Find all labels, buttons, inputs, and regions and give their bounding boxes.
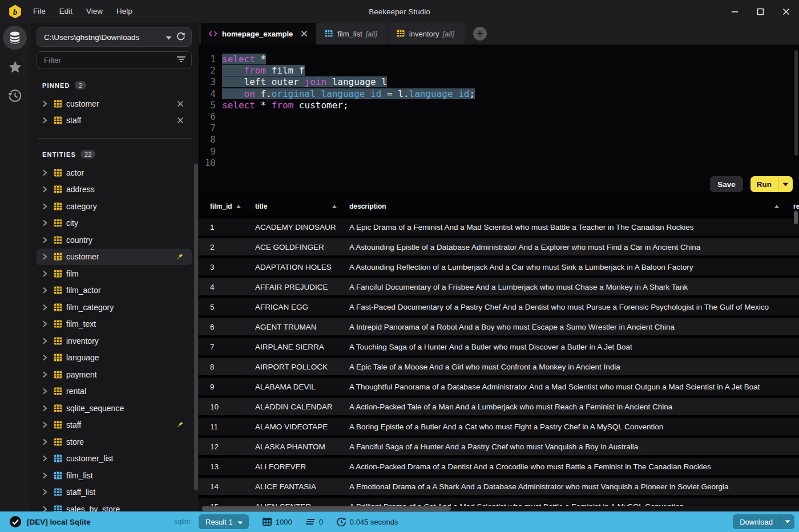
cell-title: AGENT TRUMAN xyxy=(255,323,349,331)
new-tab-button[interactable] xyxy=(473,27,487,40)
table-row-9[interactable]: 9ALABAMA DEVILA Thoughtful Panorama of a… xyxy=(199,378,799,395)
table-grid-icon xyxy=(397,30,405,37)
entity-item-sales_by_store[interactable]: sales_by_store xyxy=(37,501,192,511)
column-header-title[interactable]: title xyxy=(255,202,349,210)
entity-item-country[interactable]: country xyxy=(37,232,192,249)
sql-editor[interactable]: 1select *2 from film f3 left outer join … xyxy=(199,44,799,197)
pinned-list: customerstaff xyxy=(37,95,192,129)
favorites-nav-button[interactable] xyxy=(3,55,27,79)
entity-item-customer[interactable]: customer xyxy=(37,249,192,266)
cell-description: A Boring Epistle of a Butler And a Cat w… xyxy=(349,423,783,431)
download-button[interactable]: Download xyxy=(733,514,780,529)
sort-asc-icon[interactable] xyxy=(332,205,337,208)
refresh-icon[interactable] xyxy=(176,32,185,43)
pinned-title: PINNED xyxy=(42,82,70,89)
table-grid-icon xyxy=(54,421,62,429)
table-grid-icon xyxy=(54,236,62,244)
pin-icon xyxy=(176,421,184,429)
save-button[interactable]: Save xyxy=(710,176,743,192)
entity-item-label: city xyxy=(66,218,78,228)
table-row-12[interactable]: 12ALASKA PHANTOMA Fanciful Saga of a Hun… xyxy=(199,438,799,455)
close-icon xyxy=(301,30,308,37)
sort-asc-icon[interactable] xyxy=(774,205,779,208)
entity-item-film_actor[interactable]: film_actor xyxy=(37,282,192,299)
unpin-button[interactable] xyxy=(177,117,184,124)
sidebar-scrollbar[interactable] xyxy=(194,164,198,490)
menu-view[interactable]: View xyxy=(79,0,110,23)
entity-item-customer_list[interactable]: customer_list xyxy=(37,450,192,468)
table-row-3[interactable]: 3ADAPTATION HOLESA Astounding Reflection… xyxy=(199,258,799,275)
entity-item-film_list[interactable]: film_list xyxy=(37,467,192,484)
entity-item-store[interactable]: store xyxy=(37,433,192,450)
entity-item-film_category[interactable]: film_category xyxy=(37,299,192,316)
pinned-item-label: staff xyxy=(66,116,81,125)
entity-item-label: sales_by_store xyxy=(66,505,120,511)
filter-icon[interactable] xyxy=(177,56,185,64)
run-button[interactable]: Run xyxy=(750,176,778,192)
table-row-11[interactable]: 11ALAMO VIDEOTAPEA Boring Epistle of a B… xyxy=(199,418,799,435)
editor-line-9: 9 xyxy=(199,146,799,157)
unpin-button[interactable] xyxy=(177,100,184,107)
menu-file[interactable]: File xyxy=(26,0,53,23)
entity-item-rental[interactable]: rental xyxy=(37,383,192,400)
tab-film_list[interactable]: film_list[all] xyxy=(317,23,388,44)
table-row-6[interactable]: 6AGENT TRUMANA Intrepid Panorama of a Ro… xyxy=(199,318,799,335)
entity-item-city[interactable]: city xyxy=(37,215,192,232)
pinned-item-customer[interactable]: customer xyxy=(37,95,192,112)
cell-film-id: 12 xyxy=(199,442,255,451)
tab-label: film_list xyxy=(337,30,362,38)
table-row-10[interactable]: 10ALADDIN CALENDARA Action-Packed Tale o… xyxy=(199,398,799,415)
table-row-4[interactable]: 4AFFAIR PREJUDICEA Fanciful Documentary … xyxy=(199,278,799,295)
sort-asc-icon[interactable] xyxy=(236,205,241,208)
table-row-7[interactable]: 7AIRPLANE SIERRAA Touching Saga of a Hun… xyxy=(199,338,799,355)
entity-item-payment[interactable]: payment xyxy=(37,366,192,383)
menu-help[interactable]: Help xyxy=(110,0,139,23)
column-header-release_year[interactable]: release_year xyxy=(783,202,799,210)
results-horizontal-scrollbar[interactable] xyxy=(202,506,451,511)
column-header-description[interactable]: description xyxy=(349,202,783,210)
cell-title: ALASKA PHANTOM xyxy=(255,442,349,451)
column-header-film_id[interactable]: film_id xyxy=(199,202,255,210)
table-grid-icon xyxy=(54,438,62,446)
table-grid-icon xyxy=(54,219,62,227)
result-selector[interactable]: Result 1 xyxy=(199,514,249,529)
editor-scrollbar[interactable] xyxy=(794,50,798,156)
entity-item-staff_list[interactable]: staff_list xyxy=(37,484,192,501)
table-grid-icon xyxy=(54,100,62,108)
entity-item-film[interactable]: film xyxy=(37,265,192,282)
close-tab-button[interactable] xyxy=(301,30,308,37)
entity-item-category[interactable]: category xyxy=(37,198,192,215)
line-number: 5 xyxy=(199,100,216,111)
connection-selector[interactable]: C:\Users\ghstng\Downloads xyxy=(37,27,192,47)
entity-item-film_text[interactable]: film_text xyxy=(37,316,192,333)
entity-item-address[interactable]: address xyxy=(37,181,192,198)
table-row-14[interactable]: 14ALICE FANTASIAA Emotional Drama of a A… xyxy=(199,478,799,495)
table-row-8[interactable]: 8AIRPORT POLLOCKA Epic Tale of a Moose A… xyxy=(199,358,799,375)
entity-item-sqlite_sequence[interactable]: sqlite_sequence xyxy=(37,400,192,417)
table-row-1[interactable]: 1ACADEMY DINOSAURA Epic Drama of a Femin… xyxy=(199,218,799,235)
menu-edit[interactable]: Edit xyxy=(53,0,79,23)
tab-homepage_example[interactable]: homepage_example xyxy=(201,23,316,44)
minimize-button[interactable] xyxy=(722,0,748,23)
database-nav-button[interactable] xyxy=(3,26,27,50)
entity-item-label: payment xyxy=(66,370,97,379)
download-options-caret[interactable] xyxy=(780,514,794,529)
connection-caret-icon xyxy=(166,33,172,42)
entity-item-inventory[interactable]: inventory xyxy=(37,332,192,350)
table-row-13[interactable]: 13ALI FOREVERA Action-Packed Drama of a … xyxy=(199,458,799,475)
table-row-5[interactable]: 5AFRICAN EGGA Fast-Paced Documentary of … xyxy=(199,298,799,315)
entity-item-actor[interactable]: actor xyxy=(37,164,192,181)
history-nav-button[interactable] xyxy=(3,84,27,108)
results-vertical-scrollbar[interactable] xyxy=(794,211,798,224)
tab-inventory[interactable]: inventory[all] xyxy=(389,23,465,44)
pinned-item-staff[interactable]: staff xyxy=(37,112,192,129)
filter-input[interactable] xyxy=(44,56,177,64)
run-options-caret[interactable] xyxy=(778,176,793,192)
maximize-button[interactable] xyxy=(748,0,773,23)
entity-item-language[interactable]: language xyxy=(37,350,192,367)
table-row-2[interactable]: 2ACE GOLDFINGERA Astounding Epistle of a… xyxy=(199,238,799,255)
entity-item-staff[interactable]: staff xyxy=(37,417,192,434)
table-grid-icon xyxy=(54,337,62,345)
close-window-button[interactable] xyxy=(773,0,799,23)
entity-item-label: address xyxy=(66,185,95,194)
